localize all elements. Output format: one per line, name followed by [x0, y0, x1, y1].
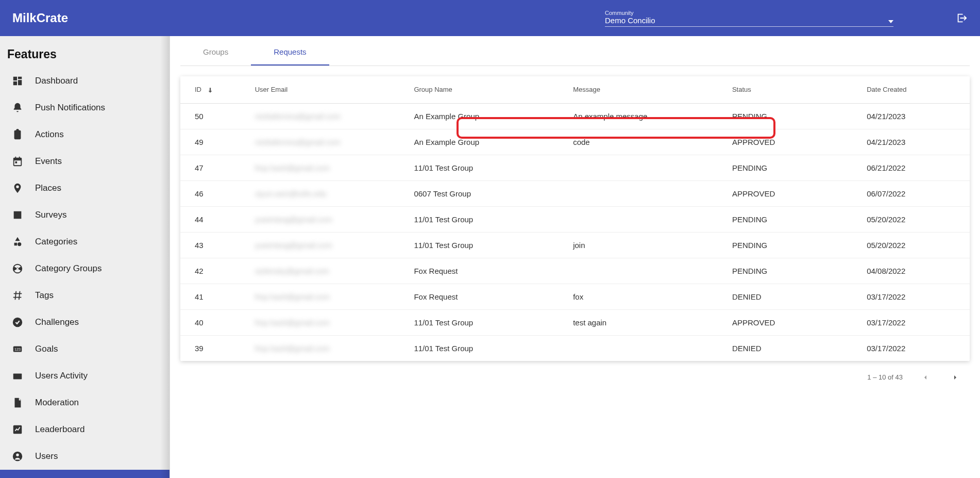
table-row[interactable]: 40fmp.hash@gmail.com11/01 Test Grouptest… [180, 309, 970, 335]
col-header-group[interactable]: Group Name [407, 76, 566, 103]
activity-icon [11, 370, 24, 382]
table-row[interactable]: 41fmp.hash@gmail.comFox RequestfoxDENIED… [180, 284, 970, 309]
col-header-message[interactable]: Message [566, 76, 725, 103]
community-label: Community [605, 10, 893, 16]
sidebar-item-places[interactable]: Places [0, 175, 170, 202]
globe-user-icon [11, 450, 24, 463]
pagination-next-button[interactable] [948, 370, 962, 385]
svg-rect-0 [13, 77, 17, 80]
cell-email: sizbinsky@gmail.com [248, 258, 407, 284]
document-icon [11, 397, 24, 409]
cell-group: 11/01 Test Group [407, 232, 566, 258]
svg-rect-3 [13, 81, 17, 85]
cell-status: APPROVED [725, 309, 859, 335]
col-header-id[interactable]: ID [180, 76, 248, 103]
cell-message [566, 258, 725, 284]
cell-status: DENIED [725, 284, 859, 309]
sidebar-item-label: Category Groups [35, 263, 102, 274]
cell-email: yueertang@gmail.com [248, 232, 407, 258]
cell-id: 50 [180, 103, 248, 129]
sidebar-item-categories[interactable]: Categories [0, 228, 170, 255]
cell-date: 04/21/2023 [859, 129, 970, 155]
cell-message [566, 155, 725, 180]
pagination-prev-button[interactable] [918, 370, 933, 385]
chevron-down-icon [888, 16, 893, 25]
pagination-range: 1 – 10 of 43 [867, 373, 903, 381]
cell-email: fmp.hash@gmail.com [248, 335, 407, 361]
cell-email: siyun.wen@tufts.edu [248, 180, 407, 206]
cell-message [566, 335, 725, 361]
sidebar-item-users-activity[interactable]: Users Activity [0, 362, 170, 389]
cell-email: yueertang@gmail.com [248, 206, 407, 232]
sidebar-item-category-groups[interactable]: Category Groups [0, 255, 170, 282]
col-header-status[interactable]: Status [725, 76, 859, 103]
cell-status: PENDING [725, 258, 859, 284]
cell-message [566, 180, 725, 206]
col-header-date[interactable]: Date Created [859, 76, 970, 103]
community-value-row: Demo Concilio [605, 16, 893, 25]
tab-groups[interactable]: Groups [180, 38, 251, 65]
sidebar-item-surveys[interactable]: Surveys [0, 202, 170, 228]
cell-message: code [566, 129, 725, 155]
sidebar-item-challenges[interactable]: Challenges [0, 309, 170, 336]
svg-rect-9 [13, 373, 22, 379]
cell-id: 46 [180, 180, 248, 206]
cell-date: 03/17/2022 [859, 335, 970, 361]
sidebar-item-moderation[interactable]: Moderation [0, 389, 170, 416]
cell-group: Fox Request [407, 284, 566, 309]
cell-id: 47 [180, 155, 248, 180]
cell-group: 0607 Test Group [407, 180, 566, 206]
check-circle-icon [11, 316, 24, 328]
sidebar-item-push-notifications[interactable]: Push Notifications [0, 94, 170, 121]
clipboard-icon [11, 128, 24, 141]
cell-status: PENDING [725, 206, 859, 232]
table-row[interactable]: 47fmp.hash@gmail.com11/01 Test GroupPEND… [180, 155, 970, 180]
table-row[interactable]: 43yueertang@gmail.com11/01 Test Groupjoi… [180, 232, 970, 258]
cell-group: 11/01 Test Group [407, 309, 566, 335]
logout-button[interactable] [955, 12, 968, 24]
place-icon [11, 182, 24, 194]
table-row[interactable]: 49nicklaferrera@gmail.comAn Example Grou… [180, 129, 970, 155]
table-row[interactable]: 44yueertang@gmail.com11/01 Test GroupPEN… [180, 206, 970, 232]
community-selector[interactable]: Community Demo Concilio [605, 10, 893, 27]
cell-group: 11/01 Test Group [407, 206, 566, 232]
hash-icon [11, 289, 24, 302]
pagination: 1 – 10 of 43 [180, 361, 970, 387]
cell-id: 44 [180, 206, 248, 232]
sidebar-item-label: Places [35, 183, 61, 193]
table-row[interactable]: 39fmp.hash@gmail.com11/01 Test GroupDENI… [180, 335, 970, 361]
table-row[interactable]: 46siyun.wen@tufts.edu0607 Test GroupAPPR… [180, 180, 970, 206]
cell-email: nicklaferrera@gmail.com [248, 103, 407, 129]
sidebar-item-label: Users Activity [35, 371, 88, 381]
sidebar-item-tags[interactable]: Tags [0, 282, 170, 309]
sidebar-item-actions[interactable]: Actions [0, 121, 170, 148]
tab-requests[interactable]: Requests [251, 38, 329, 65]
cell-status: PENDING [725, 232, 859, 258]
sidebar-item-label: Tags [35, 290, 54, 301]
dashboard-icon [11, 75, 24, 87]
community-value: Demo Concilio [605, 16, 655, 25]
sidebar-item-label: Moderation [35, 398, 79, 408]
sidebar-item-goals[interactable]: 123 Goals [0, 336, 170, 362]
sidebar-scroll-shadow [160, 36, 170, 478]
cell-email: fmp.hash@gmail.com [248, 309, 407, 335]
svg-text:123: 123 [14, 347, 21, 352]
sidebar-item-events[interactable]: Events [0, 148, 170, 175]
app-bar: MilkCrate Community Demo Concilio [0, 0, 980, 36]
col-header-id-label: ID [195, 86, 201, 93]
sidebar-item-groups[interactable]: Groups [0, 470, 170, 478]
table-row[interactable]: 50nicklaferrera@gmail.comAn Example Grou… [180, 103, 970, 129]
cell-date: 04/21/2023 [859, 103, 970, 129]
sidebar-item-leaderboard[interactable]: Leaderboard [0, 416, 170, 443]
sidebar-item-dashboard[interactable]: Dashboard [0, 68, 170, 94]
tab-bar: Groups Requests [180, 38, 970, 66]
requests-table: ID User Email Group Name Message Status … [180, 76, 970, 361]
cell-id: 49 [180, 129, 248, 155]
bell-icon [11, 102, 24, 114]
svg-rect-2 [18, 80, 22, 85]
sidebar-item-users[interactable]: Users [0, 443, 170, 470]
col-header-email[interactable]: User Email [248, 76, 407, 103]
table-row[interactable]: 42sizbinsky@gmail.comFox RequestPENDING0… [180, 258, 970, 284]
cell-message: An example message [566, 103, 725, 129]
sidebar-items: Dashboard Push Notifications Actions Eve… [0, 68, 170, 478]
